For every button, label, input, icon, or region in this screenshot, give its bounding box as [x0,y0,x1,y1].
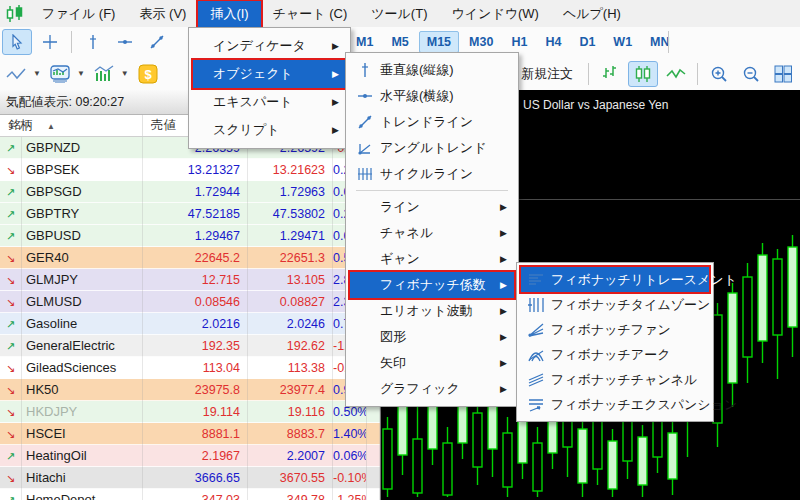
insert-menu-item-scripts[interactable]: スクリプト▶ [193,116,346,144]
object-menu-item-trendline[interactable]: トレンドライン [350,109,514,135]
bid-cell: 22645.2 [143,247,248,269]
zoom-in-button[interactable] [705,62,733,86]
menu-item-insert[interactable]: 挿入(I) [198,1,260,27]
object-menu-item-arrows[interactable]: 矢印▶ [350,350,514,376]
symbol-cell: GLMUSD [22,291,143,313]
timeframe-w1[interactable]: W1 [605,31,640,53]
chevron-down-icon[interactable]: ▼ [77,69,85,78]
down-arrow-icon: ↘ [0,159,22,181]
menu-item-help[interactable]: ヘルプ(H) [551,1,633,27]
table-row[interactable]: ↗HomeDepot347.03349.78-1.25% [0,489,380,500]
object-menu-item-lines[interactable]: ライン▶ [350,194,514,220]
object-menu-item-graphics[interactable]: グラフィック▶ [350,376,514,402]
table-row[interactable]: ↘GBPSEK13.2132713.216230.26% [0,159,380,181]
symbol-cell: HSCEI [22,423,143,445]
table-row[interactable]: ↗Gasoline2.02162.02460.71% [0,313,380,335]
timeframe-mn[interactable]: MN [642,31,677,53]
object-menu-item-elliott[interactable]: エリオット波動▶ [350,298,514,324]
symbol-cell: HeatingOil [22,445,143,467]
timeframe-m1[interactable]: M1 [348,31,381,53]
insert-menu-item-experts[interactable]: エキスパート▶ [193,88,346,116]
timeframe-m30[interactable]: M30 [461,31,501,53]
fibo-menu-item-expansion[interactable]: フィボナッチエクスパンション [521,392,709,417]
ask-cell: 3670.55 [248,467,333,489]
symbol-cell: GileadSciences [22,357,143,379]
object-menu-item-elliott-label: エリオット波動 [380,302,473,320]
timeframe-h4[interactable]: H4 [537,31,569,53]
fibo-menu-item-timezone-label: フィボナッチタイムゾーン [551,296,710,314]
vertical-line-button[interactable] [79,30,107,54]
chevron-down-icon[interactable]: ▼ [33,69,41,78]
object-menu-item-fibonacci-label: フィボナッチ係数 [380,276,486,294]
table-row[interactable]: ↘HK5023975.823977.40.95% [0,379,380,401]
up-arrow-icon: ↗ [0,313,22,335]
column-header-symbol[interactable]: 銘柄▲ [0,115,143,136]
menu-item-tools[interactable]: ツール(T) [359,1,439,27]
menu-item-chart[interactable]: チャート (C) [261,1,360,27]
menu-item-view[interactable]: 表示 (V) [127,1,198,27]
dollar-button[interactable]: $ [134,62,162,86]
table-row[interactable]: ↘GER4022645.222651.30.55% [0,247,380,269]
cycle-lines-icon [350,166,380,182]
insert-menu-item-indicators[interactable]: インディケータ▶ [193,32,346,60]
table-row[interactable]: ↘GLMUSD0.085460.088272.31% [0,291,380,313]
zoom-out-button[interactable] [737,62,765,86]
insert-menu-item-objects[interactable]: オブジェクト▶ [193,60,346,88]
table-row[interactable]: ↗GeneralElectric192.35192.62-1.11% [0,335,380,357]
candles-mode-button[interactable] [628,61,658,87]
object-menu-item-gann[interactable]: ギャン▶ [350,246,514,272]
fibo-timezone-icon [521,297,551,313]
extra-cell [367,467,380,489]
chevron-down-icon[interactable]: ▼ [121,69,129,78]
object-menu-item-shapes[interactable]: 図形▶ [350,324,514,350]
bid-cell: 347.03 [143,489,248,500]
line-chart-button[interactable] [2,62,30,86]
object-menu-item-horizontal-line[interactable]: 水平線(横線) [350,83,514,109]
object-menu-item-channels[interactable]: チャネル▶ [350,220,514,246]
object-menu-item-vertical-line[interactable]: 垂直線(縦線) [350,57,514,83]
table-row[interactable]: ↗GBPTRY47.5218547.538020.25% [0,203,380,225]
symbol-cell: HomeDepot [22,489,143,500]
symbol-cell: HKDJPY [22,401,143,423]
table-row[interactable]: ↘HKDJPY19.11419.1160.50% [0,401,380,423]
timeframe-h1[interactable]: H1 [503,31,535,53]
horizontal-line-button[interactable] [111,30,139,54]
insert-dropdown-menu: インディケータ▶オブジェクト▶エキスパート▶スクリプト▶ [188,27,351,149]
table-row[interactable]: ↗GBPSGD1.729441.729630.04% [0,181,380,203]
cursor-button[interactable] [2,29,32,55]
submenu-arrow-icon: ▶ [332,125,339,135]
table-row[interactable]: ↘HSCEI8881.18883.71.40% [0,423,380,445]
object-menu-item-cycle-lines[interactable]: サイクルライン [350,161,514,187]
table-row[interactable]: ↘GLMJPY12.71513.1052.85% [0,269,380,291]
bar-indicator-button[interactable] [90,62,118,86]
fibo-menu-item-fan[interactable]: フィボナッチファン [521,317,709,342]
timeframe-m15[interactable]: M15 [419,31,459,53]
bid-cell: 0.08546 [143,291,248,313]
tile-windows-button[interactable] [769,62,797,86]
vertical-line-icon [350,62,380,78]
bid-cell: 3666.65 [143,467,248,489]
table-row[interactable]: ↘Hitachi3666.653670.55-0.10% [0,467,380,489]
down-arrow-icon: ↘ [0,379,22,401]
symbol-cell: HK50 [22,379,143,401]
line-mode-button[interactable] [662,62,690,86]
object-menu-item-fibonacci[interactable]: フィボナッチ係数▶ [350,272,514,298]
object-menu-item-angle-trend-label: アングルトレンド [380,139,486,157]
timeframe-m5[interactable]: M5 [383,31,416,53]
crosshair-button[interactable] [36,30,64,54]
fibo-menu-item-arc[interactable]: フィボナッチアーク [521,342,709,367]
indicator-window-button[interactable] [46,62,74,86]
timeframe-d1[interactable]: D1 [571,31,603,53]
fibo-menu-item-retracement[interactable]: フィボナッチリトレースメント [521,267,709,292]
table-row[interactable]: ↗GBPUSD1.294671.294710.01% [0,225,380,247]
bars-mode-button[interactable] [596,62,624,86]
menu-item-file[interactable]: ファイル (F) [30,1,127,27]
table-row[interactable]: ↘GileadSciences113.04113.38-0.73% [0,357,380,379]
submenu-arrow-icon: ▶ [500,384,507,394]
menu-item-window[interactable]: ウインドウ(W) [439,1,550,27]
trendline-button[interactable] [143,30,171,54]
table-row[interactable]: ↗HeatingOil2.19672.20070.06% [0,445,380,467]
fibo-menu-item-timezone[interactable]: フィボナッチタイムゾーン [521,292,709,317]
object-menu-item-angle-trend[interactable]: アングルトレンド [350,135,514,161]
fibo-menu-item-channel[interactable]: フィボナッチチャンネル [521,367,709,392]
